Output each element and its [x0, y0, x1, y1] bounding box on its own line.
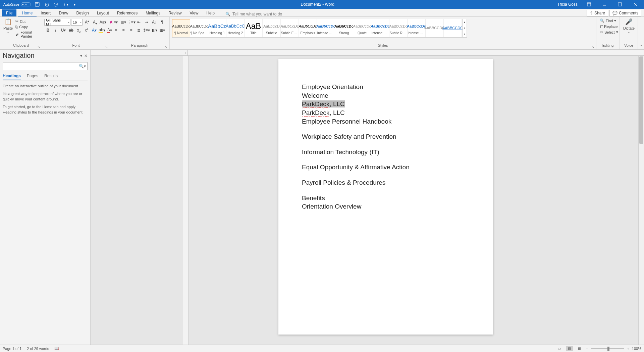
read-mode-icon[interactable]: ▭	[556, 346, 563, 351]
styles-gallery[interactable]: AaBbCcDc¶ NormalAaBbCcDc¶ No Spac…AaBbCc…	[172, 19, 467, 38]
shading-icon[interactable]: ◧▾	[151, 27, 158, 34]
paragraph-dialog-icon[interactable]: ↘	[165, 45, 167, 49]
style-item[interactable]: AaBbCcDcEmphasis	[299, 19, 317, 37]
tab-layout[interactable]: Layout	[93, 9, 113, 16]
styles-scroll-down-icon[interactable]: ▾	[463, 25, 467, 31]
undo-icon[interactable]	[44, 1, 50, 7]
style-item[interactable]: AaBbCcDc¶ Normal	[172, 19, 190, 37]
style-item[interactable]: AaBbCcDcIntense Re…	[408, 19, 426, 37]
horizontal-ruler[interactable]: └	[91, 50, 644, 56]
print-layout-icon[interactable]: ▤	[566, 346, 573, 351]
copy-button[interactable]: ⎘Copy	[15, 25, 41, 29]
zoom-in-icon[interactable]: +	[627, 347, 629, 351]
sort-icon[interactable]: A↓	[151, 19, 158, 26]
justify-icon[interactable]: ≣	[135, 27, 143, 34]
document-line[interactable]: Welcome	[302, 91, 470, 100]
tab-mailings[interactable]: Mailings	[142, 9, 164, 16]
cut-button[interactable]: ✂Cut	[15, 19, 41, 24]
style-item[interactable]: AaBbCcDc¶ No Spac…	[190, 19, 208, 37]
underline-button[interactable]: U▾	[60, 27, 67, 34]
align-left-icon[interactable]: ≡	[112, 27, 119, 34]
tab-review[interactable]: Review	[164, 9, 185, 16]
nav-tab-results[interactable]: Results	[44, 74, 58, 80]
zoom-out-icon[interactable]: −	[586, 347, 588, 351]
styles-scroll-up-icon[interactable]: ▴	[463, 19, 467, 25]
document-line[interactable]: Employee Orientation	[302, 83, 470, 91]
style-item[interactable]: AABBCCDC	[444, 19, 462, 37]
align-right-icon[interactable]: ≡	[127, 27, 135, 34]
styles-dialog-icon[interactable]: ↘	[591, 45, 594, 49]
subscript-button[interactable]: x2	[75, 27, 83, 34]
maximize-icon[interactable]	[613, 0, 627, 9]
document-line[interactable]: Benefits	[302, 194, 470, 203]
numbering-icon[interactable]: ≣▾	[120, 19, 127, 26]
bold-button[interactable]: B	[44, 27, 52, 34]
clipboard-dialog-icon[interactable]: ↘	[37, 45, 40, 49]
save-icon[interactable]	[34, 1, 40, 7]
select-button[interactable]: ▭Select ▾	[599, 30, 619, 35]
style-item[interactable]: AaBbCcDcSubtle Em…	[281, 19, 299, 37]
tab-view[interactable]: View	[186, 9, 203, 16]
replace-button[interactable]: ⇄Replace	[599, 24, 619, 29]
nav-tab-headings[interactable]: Headings	[3, 74, 21, 80]
autosave-toggle[interactable]: ● Off	[21, 2, 31, 6]
nav-dropdown-icon[interactable]: ▾	[80, 53, 82, 58]
touch-mode-icon[interactable]: ▾	[62, 1, 68, 7]
zoom-slider[interactable]	[591, 348, 624, 349]
vertical-scrollbar[interactable]	[638, 56, 644, 345]
spellcheck-status-icon[interactable]: 📖	[54, 346, 59, 351]
font-size-combo[interactable]: 16▾	[71, 19, 83, 26]
change-case-icon[interactable]: Aa▾	[99, 19, 107, 26]
nav-tab-pages[interactable]: Pages	[27, 74, 38, 80]
find-button[interactable]: 🔍Find ▾	[599, 18, 619, 23]
nav-search-input[interactable]	[4, 64, 79, 69]
multilevel-list-icon[interactable]: ⋮≡▾	[127, 19, 135, 26]
search-icon[interactable]: 🔍▾	[79, 64, 86, 69]
document-line[interactable]: Equal Opportunity & Affirmative Action	[302, 163, 470, 172]
tab-references[interactable]: References	[113, 9, 142, 16]
style-item[interactable]: AaBbCcHeading 1	[208, 19, 226, 37]
style-item[interactable]: AaBbCcCHeading 2	[226, 19, 245, 37]
document-line[interactable]: ParkDeck, LLC	[302, 108, 470, 117]
paste-button[interactable]: 📋 Paste▾	[1, 17, 15, 35]
word-count[interactable]: 2 of 29 words	[27, 347, 49, 351]
borders-icon[interactable]: ▦▾	[158, 27, 166, 34]
web-layout-icon[interactable]: ▦	[576, 346, 583, 351]
font-dialog-icon[interactable]: ↘	[105, 45, 108, 49]
style-item[interactable]: AaBbCcDcSubtle Ref…	[389, 19, 408, 37]
share-button[interactable]: ⇪Share	[587, 10, 608, 16]
style-item[interactable]: AaBbCcDcQuote	[353, 19, 371, 37]
format-painter-button[interactable]: 🖌Format Painter	[15, 30, 41, 39]
dictate-button[interactable]: 🎤 Dictate▾	[621, 17, 637, 35]
tab-home[interactable]: Home	[18, 9, 37, 16]
comments-button[interactable]: 💬Comments	[609, 10, 641, 16]
style-item[interactable]: AaBbCcDcIntense Q…	[371, 19, 389, 37]
document-page[interactable]: Employee OrientationWelcomeParkDeck, LLC…	[278, 59, 493, 335]
shrink-font-icon[interactable]: A▾	[91, 19, 99, 26]
increase-indent-icon[interactable]: ⇥	[143, 19, 150, 26]
nav-search[interactable]: 🔍▾	[3, 62, 88, 70]
ribbon-display-icon[interactable]	[582, 0, 596, 9]
collapse-ribbon-icon[interactable]: ˄	[640, 44, 642, 48]
document-line[interactable]: Payroll Policies & Procedures	[302, 178, 470, 187]
close-icon[interactable]	[629, 0, 642, 9]
highlight-icon[interactable]: ab▾	[98, 27, 106, 34]
vertical-ruler[interactable]	[183, 56, 189, 345]
tell-me[interactable]: 🔍 Tell me what you want to do	[225, 12, 282, 16]
qat-customize-icon[interactable]: ▾	[72, 1, 78, 7]
superscript-button[interactable]: x2	[83, 27, 90, 34]
bullets-icon[interactable]: ≡▾	[112, 19, 119, 26]
nav-close-icon[interactable]: ✕	[84, 53, 88, 58]
grow-font-icon[interactable]: A▴	[83, 19, 91, 26]
document-line[interactable]: Information Technology (IT)	[302, 148, 470, 157]
show-marks-icon[interactable]: ¶	[158, 19, 166, 26]
style-item[interactable]: AaBTitle	[245, 19, 263, 37]
page-count[interactable]: Page 1 of 1	[3, 347, 21, 351]
minimize-icon[interactable]	[598, 0, 611, 9]
style-item[interactable]: AaBbCcDSubtitle	[263, 19, 281, 37]
tab-file[interactable]: File	[2, 9, 16, 16]
document-line[interactable]: ParkDeck, LLC	[302, 100, 470, 108]
autosave[interactable]: AutoSave ● Off	[3, 2, 31, 6]
align-center-icon[interactable]: ≡	[120, 27, 127, 34]
document-line[interactable]: Workplace Safety and Prevention	[302, 132, 470, 141]
